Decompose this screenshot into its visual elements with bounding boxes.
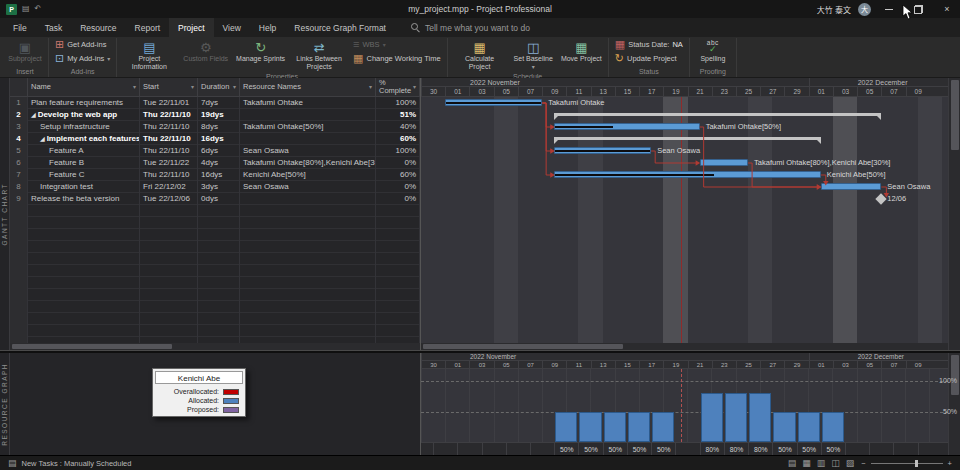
gantt-bar-task-7[interactable]: [554, 171, 821, 178]
duration-cell[interactable]: [198, 325, 240, 337]
gantt-bar-task-6[interactable]: [700, 159, 748, 166]
calculate-project-button[interactable]: ▦Calculate Project: [451, 38, 509, 71]
resources-cell[interactable]: [240, 289, 376, 301]
resource-bar[interactable]: [628, 412, 650, 442]
row-number[interactable]: 2: [10, 109, 28, 121]
gantt-pane-strip[interactable]: GANTT CHART: [0, 78, 10, 350]
row-number[interactable]: 3: [10, 121, 28, 133]
task-name-cell[interactable]: ◢Implement each features: [28, 133, 140, 145]
duration-cell[interactable]: 4dys: [198, 157, 240, 169]
filter-arrow-icon[interactable]: ▾: [413, 83, 416, 92]
task-name-cell[interactable]: [28, 325, 140, 337]
complete-cell[interactable]: [376, 205, 420, 217]
resource-bar[interactable]: [749, 393, 771, 442]
get-add-ins-button[interactable]: ⊞Get Add-ins: [52, 38, 113, 51]
tab-help[interactable]: Help: [250, 18, 285, 37]
zoom-slider[interactable]: [871, 463, 943, 464]
project-information-button[interactable]: ▤Project Information: [120, 38, 178, 71]
resources-cell[interactable]: Takafumi Ohtake[80%],Kenichi Abe[30%]: [240, 157, 376, 169]
task-row-8[interactable]: 8Integration testFri 22/12/023dysSean Os…: [10, 181, 420, 193]
task-row-empty[interactable]: [10, 313, 420, 325]
resource-bar[interactable]: [652, 412, 674, 442]
complete-cell[interactable]: [376, 301, 420, 313]
tell-me-search[interactable]: Tell me what you want to do: [411, 18, 530, 37]
resources-cell[interactable]: Sean Osawa: [240, 181, 376, 193]
close-button[interactable]: ×: [936, 0, 958, 18]
team-planner-view-icon[interactable]: ▥: [817, 459, 826, 468]
row-number[interactable]: [10, 241, 28, 253]
resource-bar[interactable]: [822, 412, 844, 442]
task-row-empty[interactable]: [10, 277, 420, 289]
complete-cell[interactable]: 51%: [376, 109, 420, 121]
duration-cell[interactable]: 16dys: [198, 133, 240, 145]
start-cell[interactable]: [140, 289, 198, 301]
row-number[interactable]: [10, 265, 28, 277]
duration-cell[interactable]: 16dys: [198, 169, 240, 181]
complete-cell[interactable]: 60%: [376, 133, 420, 145]
gantt-bar-summary-2[interactable]: [554, 113, 881, 116]
gantt-bar-task-8[interactable]: [821, 183, 882, 190]
row-number[interactable]: 9: [10, 193, 28, 205]
start-cell[interactable]: Thu 22/11/10: [140, 121, 198, 133]
task-name-cell[interactable]: [28, 253, 140, 265]
resources-cell[interactable]: [240, 133, 376, 145]
tab-resource-graph-format[interactable]: Resource Graph Format: [285, 18, 395, 37]
complete-cell[interactable]: [376, 277, 420, 289]
gantt-bar-task-1[interactable]: [445, 99, 542, 106]
start-cell[interactable]: [140, 277, 198, 289]
start-cell[interactable]: [140, 253, 198, 265]
task-row-empty[interactable]: [10, 241, 420, 253]
resource-bar[interactable]: [579, 412, 601, 442]
row-number[interactable]: 5: [10, 145, 28, 157]
avatar[interactable]: 大: [858, 3, 871, 16]
start-cell[interactable]: [140, 229, 198, 241]
resource-bar[interactable]: [798, 412, 820, 442]
links-between-projects-button[interactable]: ⇄Links Between Projects: [290, 38, 348, 71]
filter-arrow-icon[interactable]: ▾: [233, 83, 236, 92]
row-number[interactable]: [10, 277, 28, 289]
status-date-button[interactable]: ▦Status Date:NA: [612, 38, 686, 51]
update-project-button[interactable]: ↻Update Project: [612, 52, 686, 65]
undo-icon[interactable]: ↶: [35, 5, 42, 13]
task-usage-view-icon[interactable]: ▦: [802, 459, 811, 468]
duration-cell[interactable]: 19dys: [198, 109, 240, 121]
app-icon[interactable]: P: [6, 4, 17, 15]
task-row-4[interactable]: 4◢Implement each featuresThu 22/11/1016d…: [10, 133, 420, 145]
resources-cell[interactable]: [240, 277, 376, 289]
task-row-2[interactable]: 2◢Develop the web appThu 22/11/1019dys51…: [10, 109, 420, 121]
report-view-icon[interactable]: ▨: [846, 459, 855, 468]
task-name-cell[interactable]: Feature A: [28, 145, 140, 157]
task-row-empty[interactable]: [10, 289, 420, 301]
complete-cell[interactable]: [376, 253, 420, 265]
resources-cell[interactable]: [240, 301, 376, 313]
resources-cell[interactable]: Takafumi Ohtake[50%]: [240, 121, 376, 133]
duration-cell[interactable]: [198, 205, 240, 217]
start-cell[interactable]: [140, 301, 198, 313]
resources-cell[interactable]: Kenichi Abe[50%]: [240, 169, 376, 181]
start-cell[interactable]: Tue 22/11/01: [140, 97, 198, 109]
task-row-9[interactable]: 9Release the beta versionTue 22/12/060dy…: [10, 193, 420, 205]
task-name-cell[interactable]: [28, 301, 140, 313]
row-number[interactable]: [10, 205, 28, 217]
start-cell[interactable]: Fri 22/12/02: [140, 181, 198, 193]
column-header-duration[interactable]: Duration▾: [198, 78, 240, 96]
select-all-corner[interactable]: [10, 78, 28, 96]
duration-cell[interactable]: 0dys: [198, 193, 240, 205]
duration-cell[interactable]: [198, 277, 240, 289]
start-cell[interactable]: Tue 22/11/22: [140, 157, 198, 169]
row-number[interactable]: 6: [10, 157, 28, 169]
complete-cell[interactable]: 100%: [376, 145, 420, 157]
tab-view[interactable]: View: [214, 18, 250, 37]
task-name-cell[interactable]: Integration test: [28, 181, 140, 193]
save-icon[interactable]: ▤: [22, 5, 30, 13]
resources-cell[interactable]: Takafumi Ohtake: [240, 97, 376, 109]
complete-cell[interactable]: 0%: [376, 193, 420, 205]
tab-file[interactable]: File: [4, 18, 36, 37]
zoom-slider-thumb[interactable]: [915, 460, 918, 467]
resources-cell[interactable]: [240, 253, 376, 265]
complete-cell[interactable]: 40%: [376, 121, 420, 133]
task-row-empty[interactable]: [10, 253, 420, 265]
task-row-7[interactable]: 7Feature CThu 22/11/1016dysKenichi Abe[5…: [10, 169, 420, 181]
gantt-vscrollbar[interactable]: [948, 78, 960, 350]
start-cell[interactable]: Tue 22/12/06: [140, 193, 198, 205]
